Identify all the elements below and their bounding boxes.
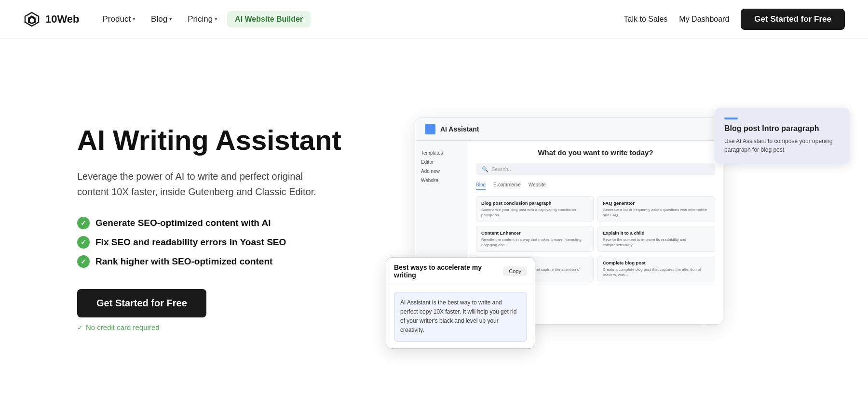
- feature-item-3: Rank higher with SEO-optimized content: [77, 255, 366, 268]
- mockup-header: AI Assistant: [415, 118, 723, 141]
- tab-ecommerce[interactable]: E-commerce: [493, 182, 521, 190]
- tab-website[interactable]: Website: [529, 182, 546, 190]
- writing-panel-body: AI Assistant is the best way to write an…: [386, 285, 535, 348]
- nav-right: Talk to Sales My Dashboard Get Started f…: [624, 9, 845, 30]
- nav-pricing[interactable]: Pricing ▾: [182, 11, 223, 28]
- ai-assistant-icon: [425, 124, 435, 134]
- mockup-card-2: Content Enhancer Rewrite the content in …: [476, 226, 594, 252]
- sidebar-item-website: Website: [421, 176, 462, 185]
- mockup-center-title: What do you want to write today?: [476, 148, 715, 157]
- mockup-card-5: Complete blog post Create a complete blo…: [597, 256, 715, 282]
- hero-cta-button[interactable]: Get Started for Free: [77, 289, 206, 317]
- check-icon-3: [77, 255, 90, 268]
- checkmark-icon: ✓: [77, 324, 83, 331]
- hero-title: AI Writing Assistant: [77, 125, 366, 156]
- copy-button[interactable]: Copy: [503, 266, 527, 276]
- hero-cta-group: Get Started for Free ✓ No credit card re…: [77, 289, 366, 331]
- chevron-down-icon: ▾: [169, 16, 172, 22]
- writing-panel-header: Best ways to accelerate my writing Copy: [386, 258, 535, 285]
- nav-blog[interactable]: Blog ▾: [145, 11, 178, 28]
- nav-my-dashboard[interactable]: My Dashboard: [679, 15, 729, 24]
- tab-blog[interactable]: Blog: [476, 182, 486, 190]
- check-icon-1: [77, 217, 90, 229]
- writing-panel-title: Best ways to accelerate my writing: [394, 263, 503, 279]
- hero-left: AI Writing Assistant Leverage the power …: [77, 125, 366, 332]
- tooltip-title: Blog post Intro paragraph: [724, 124, 840, 133]
- feature-item-1: Generate SEO-optimized content with AI: [77, 217, 366, 229]
- mockup-search-bar[interactable]: 🔍 Search...: [476, 163, 715, 175]
- nav-product[interactable]: Product ▾: [97, 11, 142, 28]
- mockup-card-3: Explain it to a child Rewrite the conten…: [597, 226, 715, 252]
- chevron-down-icon: ▾: [215, 16, 217, 22]
- nav-cta-button[interactable]: Get Started for Free: [741, 9, 845, 30]
- nav-talk-to-sales[interactable]: Talk to Sales: [624, 15, 668, 24]
- nav-links: Product ▾ Blog ▾ Pricing ▾ AI Website Bu…: [97, 11, 311, 28]
- sidebar-item-templates: Templates: [421, 148, 462, 158]
- tooltip-desc: Use AI Assistant to compose your opening…: [724, 137, 840, 154]
- hero-subtitle: Leverage the power of AI to write and pe…: [77, 169, 318, 199]
- writing-text-area: AI Assistant is the best way to write an…: [394, 292, 527, 342]
- mockup-tabs: Blog E-commerce Website: [476, 182, 715, 190]
- mockup-card-1: FAQ generator Generate a list of frequen…: [597, 196, 715, 222]
- logo-text: 10Web: [45, 13, 80, 26]
- mockup-card-0: Blog post conclusion paragraph Summarize…: [476, 196, 594, 222]
- logo[interactable]: 10Web: [23, 11, 80, 28]
- sidebar-item-editor: Editor: [421, 158, 462, 167]
- logo-icon: [23, 11, 41, 28]
- feature-item-2: Fix SEO and readability errors in Yoast …: [77, 236, 366, 249]
- chevron-down-icon: ▾: [133, 16, 136, 22]
- hero-mockup: AI Assistant Templates Editor Add new We…: [386, 108, 845, 349]
- sidebar-item-add-new: Add new: [421, 167, 462, 176]
- writing-panel: Best ways to accelerate my writing Copy …: [386, 257, 535, 349]
- hero-section: AI Writing Assistant Leverage the power …: [0, 39, 868, 408]
- mockup-title: AI Assistant: [440, 125, 479, 133]
- hero-features: Generate SEO-optimized content with AI F…: [77, 217, 366, 268]
- tooltip-accent-bar: [724, 118, 738, 119]
- nav-ai-builder[interactable]: AI Website Builder: [227, 11, 311, 27]
- search-icon: 🔍: [482, 166, 488, 172]
- writing-text: AI Assistant is the best way to write an…: [400, 298, 521, 335]
- check-icon-2: [77, 236, 90, 249]
- no-credit-card-notice: ✓ No credit card required: [77, 323, 160, 331]
- navbar: 10Web Product ▾ Blog ▾ Pricing ▾ AI Webs…: [0, 0, 868, 39]
- blog-post-tooltip: Blog post Intro paragraph Use AI Assista…: [715, 108, 850, 164]
- nav-left: 10Web Product ▾ Blog ▾ Pricing ▾ AI Webs…: [23, 11, 311, 28]
